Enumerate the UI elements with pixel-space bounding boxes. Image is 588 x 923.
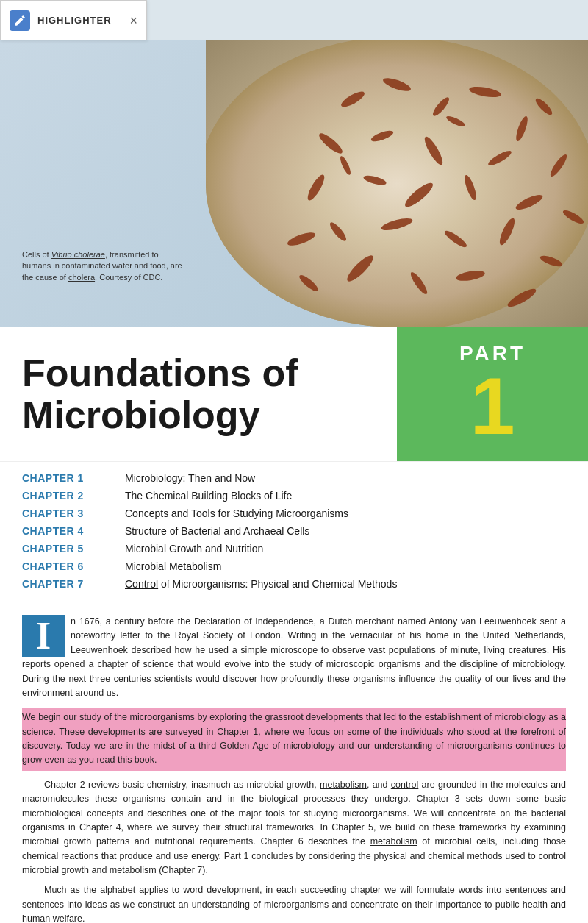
dropcap-paragraph: I n 1676, a century before the Declarati…: [22, 615, 566, 700]
part-title-area: Foundations of Microbiology: [0, 327, 397, 461]
chapter-4-label: CHAPTER 4: [22, 525, 110, 537]
chapter-list: CHAPTER 1 Microbiology: Then and Now CHA…: [0, 461, 588, 604]
chapter-3-desc: Concepts and Tools for Studying Microorg…: [125, 507, 348, 519]
chapter-3-label: CHAPTER 3: [22, 507, 110, 519]
chapter-item-1[interactable]: CHAPTER 1 Microbiology: Then and Now: [22, 469, 566, 487]
chapter-5-desc: Microbial Growth and Nutrition: [125, 543, 263, 555]
petri-dish-image: [206, 40, 588, 327]
chapter-4-desc: Structure of Bacterial and Archaeal Cell…: [125, 525, 309, 537]
caption-text: Cells of Vibrio cholerae, transmitted to…: [22, 249, 184, 283]
chapter-item-3[interactable]: CHAPTER 3 Concepts and Tools for Studyin…: [22, 505, 566, 522]
chapter-2-label: CHAPTER 2: [22, 490, 110, 502]
highlighted-paragraph: We begin our study of the microorganisms…: [22, 708, 566, 771]
body-paragraph-2: Chapter 2 reviews basic chemistry, inasm…: [22, 778, 566, 878]
chapter-item-7[interactable]: CHAPTER 7 Control of Microorganisms: Phy…: [22, 575, 566, 593]
chapter-7-desc: Control of Microorganisms: Physical and …: [125, 578, 397, 590]
chapter-6-desc: Microbial Metabolism: [125, 560, 222, 572]
chapter-5-label: CHAPTER 5: [22, 543, 110, 555]
part-section: Foundations of Microbiology PART 1: [0, 327, 588, 461]
hero-section: Cells of Vibrio cholerae, transmitted to…: [0, 40, 588, 327]
body-text-area: I n 1676, a century before the Declarati…: [0, 604, 588, 923]
body-paragraph-3: Much as the alphabet applies to word dev…: [22, 883, 566, 923]
chapter-item-4[interactable]: CHAPTER 4 Structure of Bacterial and Arc…: [22, 522, 566, 540]
chapter-7-label: CHAPTER 7: [22, 578, 110, 590]
highlighter-icon: [10, 10, 30, 31]
close-icon[interactable]: ×: [129, 14, 137, 27]
part-badge: PART 1: [397, 327, 588, 461]
dropcap-letter: I: [22, 615, 65, 657]
chapter-1-label: CHAPTER 1: [22, 472, 110, 484]
dropcap-text: n 1676, a century before the Declaration…: [22, 615, 566, 700]
toolbar-label: HIGHLIGHTER: [37, 15, 122, 26]
part-number: 1: [470, 366, 514, 446]
hero-caption: Cells of Vibrio cholerae, transmitted to…: [22, 249, 184, 283]
page-content: Cells of Vibrio cholerae, transmitted to…: [0, 0, 588, 923]
chapter-1-desc: Microbiology: Then and Now: [125, 472, 255, 484]
part-title-line2: Microbiology: [22, 393, 260, 436]
bacteria-container: [206, 40, 588, 327]
chapter-item-5[interactable]: CHAPTER 5 Microbial Growth and Nutrition: [22, 540, 566, 557]
chapter-item-2[interactable]: CHAPTER 2 The Chemical Building Blocks o…: [22, 487, 566, 505]
toolbar: HIGHLIGHTER ×: [0, 0, 147, 40]
part-title-line1: Foundations of: [22, 352, 298, 394]
part-title: Foundations of Microbiology: [22, 352, 298, 436]
chapter-6-label: CHAPTER 6: [22, 560, 110, 572]
highlighter-svg: [13, 14, 26, 27]
chapter-2-desc: The Chemical Building Blocks of Life: [125, 490, 292, 502]
chapter-item-6[interactable]: CHAPTER 6 Microbial Metabolism: [22, 557, 566, 575]
bacteria-svg: [206, 40, 588, 327]
